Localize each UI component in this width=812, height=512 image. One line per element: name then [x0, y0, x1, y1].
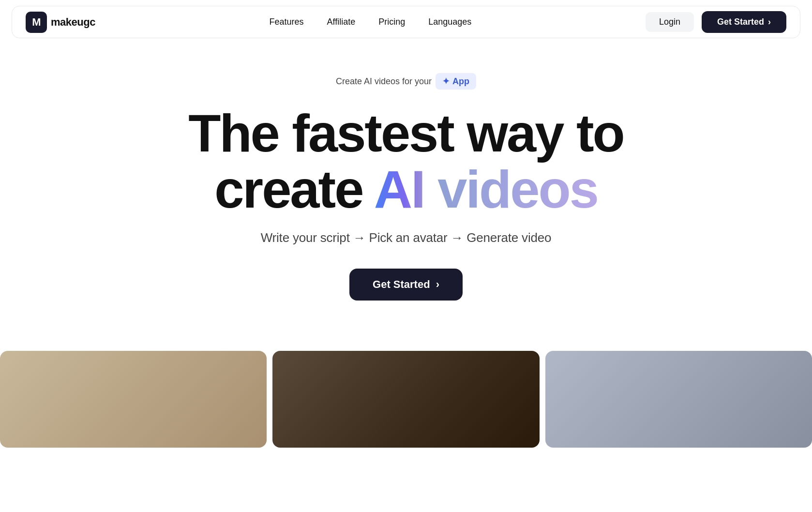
- nav-link-languages[interactable]: Languages: [428, 17, 471, 27]
- video-card-2: [272, 351, 539, 448]
- nav-link-affiliate[interactable]: Affiliate: [327, 17, 356, 27]
- nav-chevron-icon: ›: [768, 17, 771, 27]
- hero-title-create: create: [214, 159, 374, 219]
- hero-tag: Create AI videos for your ✦ App: [336, 73, 476, 90]
- video-card-3: [545, 351, 812, 448]
- hero-section: Create AI videos for your ✦ App The fast…: [0, 44, 812, 351]
- hero-title-line2: create AI videos: [188, 161, 624, 217]
- app-badge-label: App: [452, 76, 469, 87]
- video-strip: [0, 351, 812, 448]
- hero-title-line1: The fastest way to: [188, 103, 624, 163]
- navbar: M makeugc Features Affiliate Pricing Lan…: [12, 6, 800, 38]
- hero-cta-label: Get Started: [373, 278, 430, 291]
- login-button[interactable]: Login: [646, 12, 694, 32]
- nav-link-features[interactable]: Features: [269, 17, 303, 27]
- nav-link-pricing[interactable]: Pricing: [378, 17, 405, 27]
- hero-subtitle: Write your script → Pick an avatar → Gen…: [261, 230, 552, 245]
- logo-icon: M: [26, 12, 47, 33]
- hero-title-ai: AI: [374, 159, 424, 219]
- nav-get-started-label: Get Started: [717, 17, 764, 27]
- nav-get-started-button[interactable]: Get Started ›: [702, 11, 786, 33]
- nav-logo-group: M makeugc: [26, 12, 95, 33]
- nav-actions: Login Get Started ›: [646, 11, 786, 33]
- hero-tag-prefix: Create AI videos for your: [336, 76, 432, 87]
- sparkle-icon: ✦: [442, 76, 450, 87]
- logo-text: makeugc: [51, 16, 95, 29]
- hero-title-videos: videos: [424, 159, 598, 219]
- navbar-wrapper: M makeugc Features Affiliate Pricing Lan…: [0, 0, 812, 44]
- hero-cta-chevron-icon: ›: [436, 278, 439, 291]
- hero-title: The fastest way to create AI videos: [188, 105, 624, 217]
- app-badge: ✦ App: [436, 73, 476, 90]
- nav-links: Features Affiliate Pricing Languages: [269, 17, 471, 27]
- video-card-1: [0, 351, 267, 448]
- hero-get-started-button[interactable]: Get Started ›: [349, 269, 463, 301]
